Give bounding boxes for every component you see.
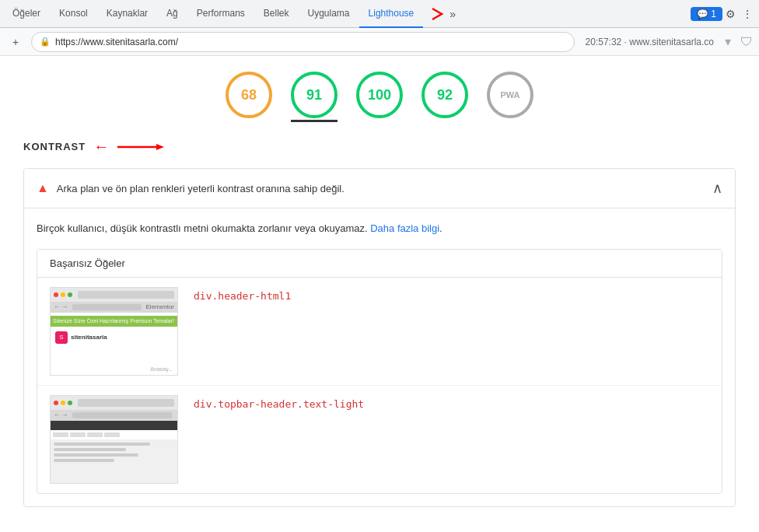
failure-selector-2: div.topbar-header.text-light — [194, 395, 364, 410]
dot-red-2 — [54, 401, 58, 405]
scores-container: 68 91 100 92 PWA — [23, 72, 736, 122]
dot-yellow — [61, 292, 65, 297]
dot-green — [68, 292, 72, 297]
warning-icon: ▲ — [37, 181, 49, 195]
screenshot-chrome-bar — [51, 288, 177, 302]
highlight-bar: Sitenize Süre Özel Hazırlanmış Premium T… — [51, 316, 177, 327]
section-title: KONTRAST — [23, 141, 86, 152]
kebab-menu-button[interactable]: ⋮ — [739, 8, 756, 20]
chat-icon: 💬 — [697, 9, 708, 19]
timestamp: 20:57:32 · www.sitenitasarla.co — [586, 37, 714, 47]
main-content: 68 91 100 92 PWA KONTRAST ← ▲ — [0, 56, 759, 532]
failure-screenshot-2: ← → — [50, 395, 178, 484]
audit-body: Birçok kullanıcı, düşük kontrastlı metni… — [24, 208, 735, 506]
failures-header: Başarısız Öğeler — [37, 250, 722, 278]
tab-sources[interactable]: Kaynaklar — [97, 0, 157, 28]
audit-header[interactable]: ▲ Arka plan ve ön plan renkleri yeterli … — [24, 169, 735, 208]
audit-card: ▲ Arka plan ve ön plan renkleri yeterli … — [23, 168, 736, 507]
failures-table: Başarısız Öğeler — [37, 249, 722, 494]
section-label: KONTRAST ← — [23, 138, 736, 156]
url-text: https://www.sitenitasarla.com/ — [55, 37, 178, 47]
screenshot2-topbar — [51, 421, 177, 430]
screenshot-nav-bar-2: ← → — [51, 410, 177, 421]
tab-network[interactable]: Ağ — [157, 0, 187, 28]
screenshot2-nav — [51, 430, 177, 439]
chat-badge[interactable]: 💬 1 — [691, 7, 722, 21]
logo-area: S sitenitasarla — [51, 331, 112, 344]
new-tab-button[interactable]: + — [6, 33, 25, 51]
audit-title: Arka plan ve ön plan renkleri yeterli ko… — [57, 183, 345, 194]
tab-performance[interactable]: Performans — [187, 0, 254, 28]
dropdown-icon[interactable]: ▾ — [725, 34, 731, 49]
address-bar[interactable]: 🔒 https://www.sitenitasarla.com/ — [31, 32, 575, 52]
logo-icon: S — [55, 331, 68, 344]
tab-lighthouse[interactable]: Lighthouse — [359, 0, 424, 28]
failure-item-1: ← → Elementor Sitenize Süre Özel Hazırla… — [37, 278, 722, 386]
lock-icon: 🔒 — [40, 37, 51, 47]
screenshot-chrome-bar-2 — [51, 396, 177, 410]
learn-more-link[interactable]: Daha fazla bilgi — [370, 222, 439, 234]
dot-green-2 — [68, 401, 72, 405]
failure-item-2: ← → — [37, 386, 722, 493]
tab-arrow-annotation — [426, 5, 443, 23]
address-bar-row: + 🔒 https://www.sitenitasarla.com/ 20:57… — [0, 28, 759, 56]
screenshot-content-2 — [51, 421, 177, 483]
audit-description: Birçok kullanıcı, düşük kontrastlı metni… — [37, 221, 722, 236]
screenshot2-body — [51, 439, 177, 483]
failure-selector-1: div.header-html1 — [194, 287, 291, 302]
screenshot-nav-bar: ← → Elementor — [51, 302, 177, 313]
tab-memory[interactable]: Bellek — [254, 0, 299, 28]
tab-console[interactable]: Konsol — [50, 0, 97, 28]
active-tab-indicator — [291, 120, 338, 122]
score-best-practices[interactable]: 100 — [356, 72, 403, 118]
dot-yellow-2 — [61, 401, 65, 405]
dot-red — [54, 292, 58, 297]
collapse-button[interactable]: ∧ — [712, 180, 722, 197]
score-seo[interactable]: 92 — [421, 72, 468, 118]
audit-header-left: ▲ Arka plan ve ön plan renkleri yeterli … — [37, 181, 345, 195]
score-performance[interactable]: 68 — [226, 72, 272, 118]
screenshot-content-1: Sitenize Süre Özel Hazırlanmış Premium T… — [51, 313, 177, 375]
svg-marker-1 — [156, 144, 164, 150]
section-arrow-annotation: ← — [93, 138, 110, 156]
footer-text: Anasay... — [150, 366, 173, 372]
failure-screenshot-1: ← → Elementor Sitenize Süre Özel Hazırla… — [50, 287, 178, 376]
section-arrow-line — [117, 141, 164, 153]
tab-application[interactable]: Uygulama — [299, 0, 359, 28]
score-pwa[interactable]: PWA — [487, 72, 533, 118]
more-tabs-button[interactable]: » — [443, 8, 462, 20]
tab-elements[interactable]: Öğeler — [3, 0, 50, 28]
devtools-tab-bar: Öğeler Konsol Kaynaklar Ağ Performans Be… — [0, 0, 759, 28]
security-icon[interactable]: 🛡 — [740, 35, 753, 49]
settings-button[interactable]: ⚙ — [722, 8, 739, 20]
score-accessibility[interactable]: 91 — [291, 72, 338, 118]
